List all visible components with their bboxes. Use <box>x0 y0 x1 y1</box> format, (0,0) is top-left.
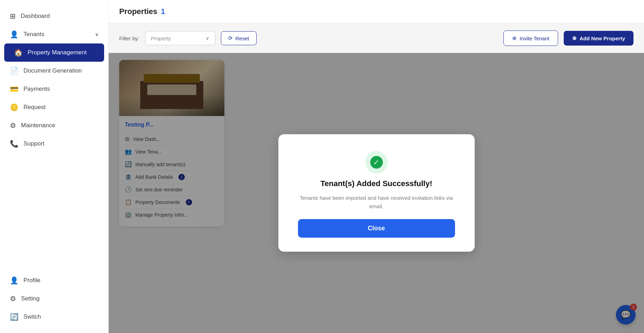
sidebar-item-label: Tenants <box>23 31 45 38</box>
sidebar-item-maintenance[interactable]: ⚙ Maintenance <box>0 116 108 135</box>
reset-button[interactable]: ⟳ Reset <box>221 31 257 45</box>
sidebar-item-document-generation[interactable]: 📄 Document Generation <box>0 62 108 80</box>
toolbar: Filter by: Property ∨ ⟳ Reset ⊕ Invite T… <box>109 23 644 53</box>
sidebar-item-label: Profile <box>23 277 40 284</box>
checkmark-icon: ✓ <box>370 156 383 169</box>
main-content: Properties 1 Filter by: Property ∨ ⟳ Res… <box>109 0 644 333</box>
sidebar-item-request[interactable]: 🪙 Request <box>0 98 108 116</box>
main-header: Properties 1 <box>109 0 644 23</box>
sidebar-item-label: Document Generation <box>23 67 82 74</box>
add-property-button[interactable]: ⊕ Add New Property <box>564 31 633 46</box>
modal-close-button[interactable]: Close <box>298 219 455 238</box>
payments-icon: 💳 <box>10 85 19 93</box>
sidebar-item-label: Switch <box>23 313 41 320</box>
page-title: Properties 1 <box>119 7 165 16</box>
setting-icon: ⚙ <box>10 294 16 303</box>
sidebar-item-support[interactable]: 📞 Support <box>0 135 108 153</box>
sidebar-item-dashboard[interactable]: ⊞ Dashboard <box>0 7 108 25</box>
support-icon: 📞 <box>10 140 19 148</box>
sidebar-item-property-management[interactable]: 🏠 Property Management <box>4 43 104 62</box>
sidebar-item-label: Maintenance <box>21 122 55 129</box>
reset-icon: ⟳ <box>228 35 233 41</box>
invite-icon: ⊕ <box>512 35 517 41</box>
profile-icon: 👤 <box>10 276 19 285</box>
sidebar-item-payments[interactable]: 💳 Payments <box>0 80 108 98</box>
chevron-down-icon: ∨ <box>95 32 99 37</box>
switch-icon: 🔄 <box>10 313 19 321</box>
request-icon: 🪙 <box>10 103 19 111</box>
add-icon: ⊕ <box>572 35 577 41</box>
sidebar: ⊞ Dashboard 👤 Tenants ∨ 🏠 Property Manag… <box>0 0 109 333</box>
sidebar-item-profile[interactable]: 👤 Profile <box>0 271 108 290</box>
filter-placeholder: Property <box>151 35 171 41</box>
sidebar-item-label: Dashboard <box>21 13 50 20</box>
success-modal: ✓ Tenant(s) Added Successfully! Tenants … <box>278 134 475 252</box>
sidebar-item-switch[interactable]: 🔄 Switch <box>0 308 108 326</box>
document-icon: 📄 <box>10 67 19 75</box>
modal-message: Tenants have been imported and have rece… <box>298 194 455 211</box>
sidebar-item-label: Payments <box>23 86 50 93</box>
sidebar-item-label: Property Management <box>28 49 87 56</box>
content-area: Testing P... ⊞ View Dash... 👥 View Tena.… <box>109 53 644 333</box>
sidebar-item-label: Setting <box>21 295 40 302</box>
property-filter-dropdown[interactable]: Property ∨ <box>145 31 215 45</box>
dropdown-chevron-icon: ∨ <box>205 35 209 41</box>
sidebar-item-setting[interactable]: ⚙ Setting <box>0 290 108 308</box>
dashboard-icon: ⊞ <box>10 12 16 20</box>
properties-count: 1 <box>161 7 165 16</box>
property-management-icon: 🏠 <box>14 48 23 57</box>
maintenance-icon: ⚙ <box>10 121 16 130</box>
sidebar-item-tenants[interactable]: 👤 Tenants ∨ <box>0 25 108 43</box>
tenants-icon: 👤 <box>10 30 19 39</box>
modal-overlay[interactable]: ✓ Tenant(s) Added Successfully! Tenants … <box>109 53 644 333</box>
sidebar-item-label: Support <box>23 140 45 147</box>
sidebar-item-label: Request <box>23 104 46 111</box>
filter-label: Filter by: <box>119 35 140 41</box>
success-icon-wrap: ✓ <box>365 151 388 174</box>
invite-tenant-button[interactable]: ⊕ Invite Tenant <box>503 30 558 46</box>
modal-title: Tenant(s) Added Successfully! <box>320 179 432 188</box>
